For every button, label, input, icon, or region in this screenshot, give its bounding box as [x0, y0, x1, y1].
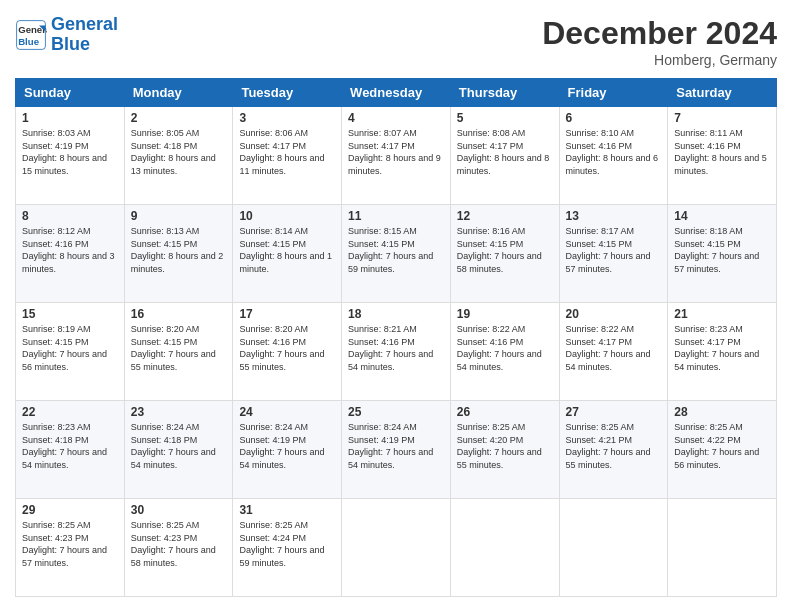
calendar-cell: 28Sunrise: 8:25 AMSunset: 4:22 PMDayligh…: [668, 401, 777, 499]
calendar-cell: 24Sunrise: 8:24 AMSunset: 4:19 PMDayligh…: [233, 401, 342, 499]
day-info: Sunrise: 8:24 AMSunset: 4:19 PMDaylight:…: [348, 421, 444, 471]
day-info: Sunrise: 8:25 AMSunset: 4:21 PMDaylight:…: [566, 421, 662, 471]
day-info: Sunrise: 8:13 AMSunset: 4:15 PMDaylight:…: [131, 225, 227, 275]
day-info: Sunrise: 8:12 AMSunset: 4:16 PMDaylight:…: [22, 225, 118, 275]
calendar-week-row: 8Sunrise: 8:12 AMSunset: 4:16 PMDaylight…: [16, 205, 777, 303]
calendar-week-row: 1Sunrise: 8:03 AMSunset: 4:19 PMDaylight…: [16, 107, 777, 205]
day-number: 9: [131, 209, 227, 223]
day-info: Sunrise: 8:21 AMSunset: 4:16 PMDaylight:…: [348, 323, 444, 373]
logo-icon: General Blue: [15, 19, 47, 51]
day-info: Sunrise: 8:14 AMSunset: 4:15 PMDaylight:…: [239, 225, 335, 275]
day-info: Sunrise: 8:22 AMSunset: 4:17 PMDaylight:…: [566, 323, 662, 373]
calendar-cell: 19Sunrise: 8:22 AMSunset: 4:16 PMDayligh…: [450, 303, 559, 401]
calendar-cell: 29Sunrise: 8:25 AMSunset: 4:23 PMDayligh…: [16, 499, 125, 597]
calendar-cell: 3Sunrise: 8:06 AMSunset: 4:17 PMDaylight…: [233, 107, 342, 205]
logo-line1: General: [51, 14, 118, 34]
title-block: December 2024 Homberg, Germany: [542, 15, 777, 68]
header: General Blue General Blue December 2024 …: [15, 15, 777, 68]
calendar-cell: [342, 499, 451, 597]
calendar-cell: 21Sunrise: 8:23 AMSunset: 4:17 PMDayligh…: [668, 303, 777, 401]
day-number: 23: [131, 405, 227, 419]
calendar-cell: 7Sunrise: 8:11 AMSunset: 4:16 PMDaylight…: [668, 107, 777, 205]
calendar-cell: 25Sunrise: 8:24 AMSunset: 4:19 PMDayligh…: [342, 401, 451, 499]
calendar-cell: 31Sunrise: 8:25 AMSunset: 4:24 PMDayligh…: [233, 499, 342, 597]
calendar-cell: 30Sunrise: 8:25 AMSunset: 4:23 PMDayligh…: [124, 499, 233, 597]
day-number: 20: [566, 307, 662, 321]
day-number: 4: [348, 111, 444, 125]
page: General Blue General Blue December 2024 …: [0, 0, 792, 612]
day-info: Sunrise: 8:20 AMSunset: 4:15 PMDaylight:…: [131, 323, 227, 373]
day-number: 6: [566, 111, 662, 125]
day-info: Sunrise: 8:16 AMSunset: 4:15 PMDaylight:…: [457, 225, 553, 275]
day-number: 2: [131, 111, 227, 125]
svg-text:Blue: Blue: [18, 35, 39, 46]
day-number: 13: [566, 209, 662, 223]
day-number: 29: [22, 503, 118, 517]
calendar-cell: 27Sunrise: 8:25 AMSunset: 4:21 PMDayligh…: [559, 401, 668, 499]
day-number: 24: [239, 405, 335, 419]
day-number: 19: [457, 307, 553, 321]
day-number: 30: [131, 503, 227, 517]
calendar-table: SundayMondayTuesdayWednesdayThursdayFrid…: [15, 78, 777, 597]
calendar-cell: 14Sunrise: 8:18 AMSunset: 4:15 PMDayligh…: [668, 205, 777, 303]
calendar-cell: 10Sunrise: 8:14 AMSunset: 4:15 PMDayligh…: [233, 205, 342, 303]
day-info: Sunrise: 8:25 AMSunset: 4:24 PMDaylight:…: [239, 519, 335, 569]
day-number: 14: [674, 209, 770, 223]
calendar-cell: [450, 499, 559, 597]
day-number: 8: [22, 209, 118, 223]
day-info: Sunrise: 8:25 AMSunset: 4:23 PMDaylight:…: [22, 519, 118, 569]
day-info: Sunrise: 8:25 AMSunset: 4:22 PMDaylight:…: [674, 421, 770, 471]
logo-text: General Blue: [51, 15, 118, 55]
day-info: Sunrise: 8:17 AMSunset: 4:15 PMDaylight:…: [566, 225, 662, 275]
calendar-cell: 22Sunrise: 8:23 AMSunset: 4:18 PMDayligh…: [16, 401, 125, 499]
weekday-header: Friday: [559, 79, 668, 107]
day-number: 22: [22, 405, 118, 419]
day-number: 5: [457, 111, 553, 125]
day-number: 17: [239, 307, 335, 321]
day-info: Sunrise: 8:18 AMSunset: 4:15 PMDaylight:…: [674, 225, 770, 275]
calendar-cell: 16Sunrise: 8:20 AMSunset: 4:15 PMDayligh…: [124, 303, 233, 401]
weekday-header: Sunday: [16, 79, 125, 107]
day-info: Sunrise: 8:15 AMSunset: 4:15 PMDaylight:…: [348, 225, 444, 275]
day-number: 3: [239, 111, 335, 125]
day-number: 26: [457, 405, 553, 419]
day-info: Sunrise: 8:22 AMSunset: 4:16 PMDaylight:…: [457, 323, 553, 373]
day-info: Sunrise: 8:11 AMSunset: 4:16 PMDaylight:…: [674, 127, 770, 177]
day-info: Sunrise: 8:10 AMSunset: 4:16 PMDaylight:…: [566, 127, 662, 177]
calendar-cell: 8Sunrise: 8:12 AMSunset: 4:16 PMDaylight…: [16, 205, 125, 303]
calendar-cell: 13Sunrise: 8:17 AMSunset: 4:15 PMDayligh…: [559, 205, 668, 303]
day-number: 12: [457, 209, 553, 223]
day-number: 28: [674, 405, 770, 419]
day-number: 27: [566, 405, 662, 419]
calendar-cell: 26Sunrise: 8:25 AMSunset: 4:20 PMDayligh…: [450, 401, 559, 499]
day-info: Sunrise: 8:20 AMSunset: 4:16 PMDaylight:…: [239, 323, 335, 373]
calendar-cell: 23Sunrise: 8:24 AMSunset: 4:18 PMDayligh…: [124, 401, 233, 499]
day-info: Sunrise: 8:19 AMSunset: 4:15 PMDaylight:…: [22, 323, 118, 373]
calendar-week-row: 22Sunrise: 8:23 AMSunset: 4:18 PMDayligh…: [16, 401, 777, 499]
day-info: Sunrise: 8:25 AMSunset: 4:20 PMDaylight:…: [457, 421, 553, 471]
calendar-cell: [559, 499, 668, 597]
weekday-header: Tuesday: [233, 79, 342, 107]
calendar-cell: 18Sunrise: 8:21 AMSunset: 4:16 PMDayligh…: [342, 303, 451, 401]
calendar-cell: 9Sunrise: 8:13 AMSunset: 4:15 PMDaylight…: [124, 205, 233, 303]
day-info: Sunrise: 8:08 AMSunset: 4:17 PMDaylight:…: [457, 127, 553, 177]
calendar-cell: 12Sunrise: 8:16 AMSunset: 4:15 PMDayligh…: [450, 205, 559, 303]
day-info: Sunrise: 8:05 AMSunset: 4:18 PMDaylight:…: [131, 127, 227, 177]
day-info: Sunrise: 8:03 AMSunset: 4:19 PMDaylight:…: [22, 127, 118, 177]
weekday-header: Monday: [124, 79, 233, 107]
calendar-cell: 4Sunrise: 8:07 AMSunset: 4:17 PMDaylight…: [342, 107, 451, 205]
calendar-cell: 20Sunrise: 8:22 AMSunset: 4:17 PMDayligh…: [559, 303, 668, 401]
day-number: 11: [348, 209, 444, 223]
day-info: Sunrise: 8:07 AMSunset: 4:17 PMDaylight:…: [348, 127, 444, 177]
day-number: 1: [22, 111, 118, 125]
location: Homberg, Germany: [542, 52, 777, 68]
day-info: Sunrise: 8:23 AMSunset: 4:18 PMDaylight:…: [22, 421, 118, 471]
logo: General Blue General Blue: [15, 15, 118, 55]
weekday-header: Thursday: [450, 79, 559, 107]
day-number: 25: [348, 405, 444, 419]
day-info: Sunrise: 8:25 AMSunset: 4:23 PMDaylight:…: [131, 519, 227, 569]
month-title: December 2024: [542, 15, 777, 52]
calendar-cell: 15Sunrise: 8:19 AMSunset: 4:15 PMDayligh…: [16, 303, 125, 401]
day-info: Sunrise: 8:06 AMSunset: 4:17 PMDaylight:…: [239, 127, 335, 177]
calendar-cell: 11Sunrise: 8:15 AMSunset: 4:15 PMDayligh…: [342, 205, 451, 303]
